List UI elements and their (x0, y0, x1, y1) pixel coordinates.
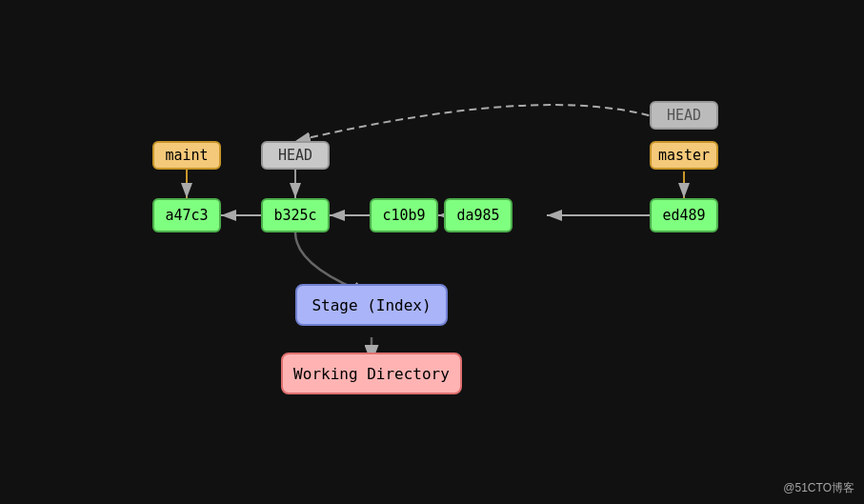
commit-ed489: ed489 (650, 198, 718, 232)
commit-c10b9: c10b9 (370, 198, 438, 232)
commit-a47c3: a47c3 (152, 198, 221, 232)
maint-label: maint (152, 141, 221, 170)
watermark: @51CTO博客 (783, 480, 854, 496)
diagram: maint HEAD HEAD master a47c3 b325c c10b9… (0, 0, 864, 504)
commit-b325c: b325c (261, 198, 330, 232)
master-label: master (650, 141, 718, 170)
head-local-label: HEAD (261, 141, 330, 170)
stage-index: Stage (Index) (295, 284, 448, 326)
arrows-svg (0, 0, 864, 504)
head-remote-label: HEAD (650, 101, 718, 130)
commit-da985: da985 (444, 198, 512, 232)
working-directory: Working Directory (281, 353, 462, 394)
